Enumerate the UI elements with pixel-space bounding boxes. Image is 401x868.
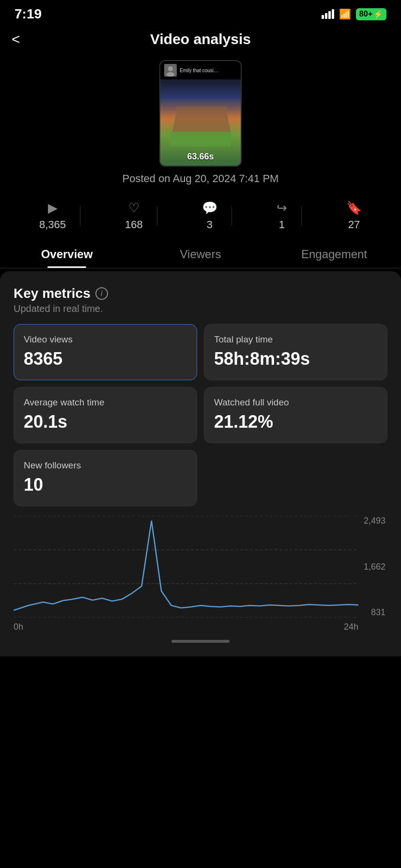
- main-panel: Key metrics i Updated in real time. Vide…: [0, 271, 401, 656]
- metric-total-playtime-value: 58h:8m:39s: [214, 349, 377, 369]
- stat-views: ▶ 8,365: [39, 201, 66, 231]
- chart-y-mid: 1,662: [364, 562, 386, 572]
- svg-point-1: [168, 66, 173, 71]
- scroll-indicator: [14, 632, 387, 647]
- metric-video-views-label: Video views: [24, 334, 187, 345]
- metric-new-followers: New followers 10: [14, 450, 197, 506]
- tab-viewers[interactable]: Viewers: [134, 241, 267, 268]
- metric-full-video-label: Watched full video: [214, 397, 377, 408]
- battery-badge: 80+ ⚡: [356, 8, 386, 20]
- bookmark-icon: 🔖: [346, 201, 362, 216]
- metrics-grid: Video views 8365 Total play time 58h:8m:…: [14, 324, 387, 443]
- video-duration: 63.66s: [187, 152, 214, 162]
- likes-count: 168: [125, 218, 143, 231]
- stat-shares: ↪ 1: [277, 201, 287, 231]
- chart-area: 2,493 1,662 831 0h 24h: [14, 516, 387, 632]
- chart-y-top: 2,493: [364, 516, 386, 526]
- comment-icon: 💬: [202, 201, 217, 216]
- status-bar: 7:19 📶 80+ ⚡: [0, 0, 401, 26]
- metric-full-video: Watched full video 21.12%: [204, 387, 387, 443]
- status-time: 7:19: [15, 6, 42, 22]
- comments-count: 3: [207, 218, 213, 231]
- chart-y-labels: 2,493 1,662 831: [364, 516, 387, 618]
- chart-x-start: 0h: [14, 622, 23, 632]
- play-icon: ▶: [48, 201, 58, 216]
- status-icons: 📶 80+ ⚡: [322, 8, 386, 20]
- metric-new-followers-value: 10: [24, 475, 187, 495]
- video-background: Emily that cousi…: [160, 61, 241, 166]
- tab-overview[interactable]: Overview: [0, 241, 134, 268]
- signal-icon: [322, 9, 334, 19]
- scroll-pill: [171, 640, 230, 643]
- chart-svg-container: [14, 516, 358, 618]
- tab-engagement[interactable]: Engagement: [267, 241, 401, 268]
- metric-avg-watchtime-label: Average watch time: [24, 397, 187, 408]
- back-button[interactable]: <: [12, 31, 20, 47]
- heart-icon: ♡: [128, 201, 139, 216]
- metric-total-playtime: Total play time 58h:8m:39s: [204, 324, 387, 380]
- stat-comments: 💬 3: [202, 201, 217, 231]
- stat-likes: ♡ 168: [125, 201, 143, 231]
- metric-video-views-value: 8365: [24, 349, 187, 369]
- key-metrics-title: Key metrics: [14, 286, 91, 301]
- posted-date: Posted on Aug 20, 2024 7:41 PM: [123, 172, 279, 185]
- stats-row: ▶ 8,365 ♡ 168 💬 3 ↪ 1 🔖 27: [0, 193, 401, 236]
- chart-y-bot: 831: [364, 607, 386, 618]
- wifi-icon: 📶: [339, 8, 351, 20]
- tabs: Overview Viewers Engagement: [0, 241, 401, 268]
- video-header-bar: Emily that cousi…: [160, 61, 241, 79]
- video-container: Emily that cousi… 63.66s Posted on Aug 2…: [0, 55, 401, 193]
- page-title: Video analysis: [150, 31, 251, 47]
- key-metrics-subtitle: Updated in real time.: [14, 303, 387, 314]
- video-avatar: [164, 64, 177, 77]
- key-metrics-header: Key metrics i: [14, 286, 387, 301]
- header: < Video analysis: [0, 26, 401, 55]
- share-icon: ↪: [277, 201, 287, 216]
- stat-saves: 🔖 27: [346, 201, 362, 231]
- saves-count: 27: [348, 218, 360, 231]
- info-icon[interactable]: i: [95, 287, 108, 300]
- views-count: 8,365: [39, 218, 66, 231]
- metric-video-views: Video views 8365: [14, 324, 197, 380]
- video-thumbnail[interactable]: Emily that cousi… 63.66s: [159, 60, 242, 167]
- chart-x-labels: 0h 24h: [14, 622, 358, 632]
- chart-x-end: 24h: [344, 622, 358, 632]
- metric-avg-watchtime-value: 20.1s: [24, 412, 187, 432]
- metric-avg-watchtime: Average watch time 20.1s: [14, 387, 197, 443]
- metric-new-followers-label: New followers: [24, 460, 187, 471]
- metric-total-playtime-label: Total play time: [214, 334, 377, 345]
- shares-count: 1: [279, 218, 285, 231]
- metric-full-video-value: 21.12%: [214, 412, 377, 432]
